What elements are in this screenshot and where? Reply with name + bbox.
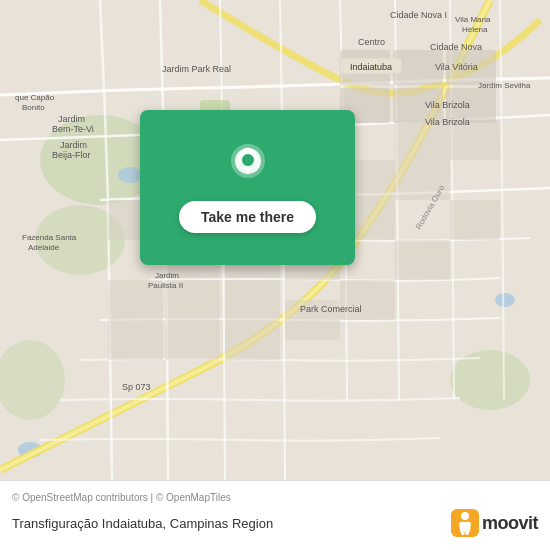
take-me-there-button[interactable]: Take me there xyxy=(179,201,316,233)
location-pin-icon xyxy=(228,143,268,193)
svg-text:Beija-Flor: Beija-Flor xyxy=(52,150,91,160)
svg-text:Jardim Sevilha: Jardim Sevilha xyxy=(478,81,531,90)
svg-text:Indaiatuba: Indaiatuba xyxy=(350,62,392,72)
svg-rect-21 xyxy=(108,320,163,360)
moovit-logo: moovit xyxy=(451,509,538,537)
svg-text:Centro: Centro xyxy=(358,37,385,47)
svg-rect-25 xyxy=(340,280,395,320)
location-title: Transfiguração Indaiatuba, Campinas Regi… xyxy=(12,516,273,531)
svg-rect-16 xyxy=(225,280,280,320)
svg-point-66 xyxy=(242,154,254,166)
svg-text:Cidade Nova I: Cidade Nova I xyxy=(390,10,447,20)
svg-text:que Capão: que Capão xyxy=(15,93,55,102)
svg-text:Fazenda Santa: Fazenda Santa xyxy=(22,233,77,242)
moovit-brand-icon xyxy=(451,509,479,537)
svg-point-5 xyxy=(118,167,142,183)
svg-text:Bem-Te-Vi: Bem-Te-Vi xyxy=(52,124,94,134)
moovit-brand-text: moovit xyxy=(482,513,538,534)
svg-text:Vila Brizola: Vila Brizola xyxy=(425,100,470,110)
svg-rect-26 xyxy=(395,240,450,280)
svg-text:Vila Maria: Vila Maria xyxy=(455,15,491,24)
map-view[interactable]: Cidade Nova I Vila Maria Helena Centro C… xyxy=(0,0,550,480)
svg-text:Jardim Park Real: Jardim Park Real xyxy=(162,64,231,74)
svg-text:Vila Brizola: Vila Brizola xyxy=(425,117,470,127)
svg-text:Helena: Helena xyxy=(462,25,488,34)
svg-text:Paulista II: Paulista II xyxy=(148,281,183,290)
svg-text:Jardim: Jardim xyxy=(155,271,179,280)
location-row: Transfiguração Indaiatuba, Campinas Regi… xyxy=(0,505,550,541)
svg-text:Vila Vitória: Vila Vitória xyxy=(435,62,478,72)
bottom-bar: © OpenStreetMap contributors | © OpenMap… xyxy=(0,480,550,550)
svg-text:Adelaide: Adelaide xyxy=(28,243,60,252)
svg-text:Park Comercial: Park Comercial xyxy=(300,304,362,314)
svg-text:Jardim: Jardim xyxy=(58,114,85,124)
map-attribution: © OpenStreetMap contributors | © OpenMap… xyxy=(0,490,550,505)
svg-text:Jardim: Jardim xyxy=(60,140,87,150)
svg-point-6 xyxy=(495,293,515,307)
svg-text:Sp 073: Sp 073 xyxy=(122,382,151,392)
svg-point-68 xyxy=(461,512,469,520)
svg-rect-22 xyxy=(165,320,220,360)
svg-rect-27 xyxy=(450,200,500,240)
svg-text:Bonito: Bonito xyxy=(22,103,45,112)
svg-text:Cidade Nova: Cidade Nova xyxy=(430,42,482,52)
action-card: Take me there xyxy=(140,110,355,265)
svg-rect-23 xyxy=(225,320,280,360)
